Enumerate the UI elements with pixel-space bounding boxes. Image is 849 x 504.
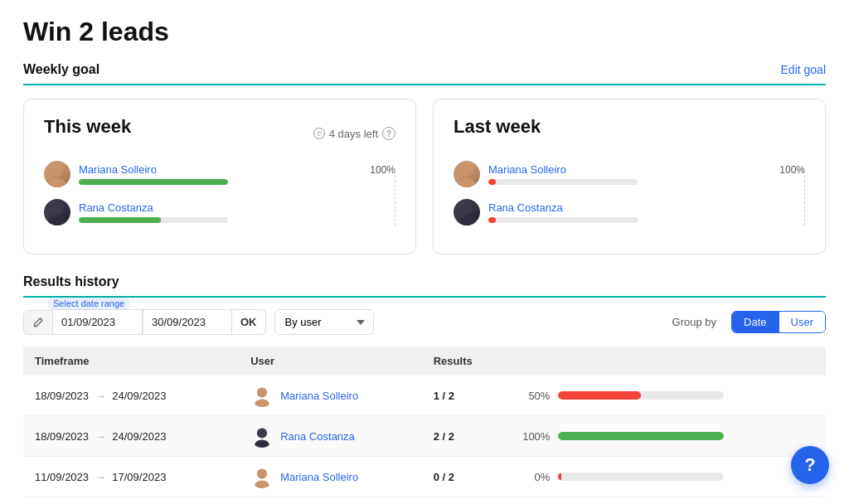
cell-results: 0 / 2 — [422, 457, 509, 497]
last-week-card-header: Last week — [454, 116, 805, 151]
svg-point-6 — [461, 203, 473, 215]
results-history-header: Results history — [23, 274, 826, 298]
date-ok-button[interactable]: OK — [232, 309, 266, 335]
avatar-rana-this-week — [44, 199, 70, 225]
cell-bar: 50% — [508, 376, 826, 416]
progress-fill-mariana-this-week — [79, 179, 228, 185]
clock-icon: ⏱ — [313, 128, 325, 139]
avatar-rana-last-week — [454, 199, 480, 225]
svg-point-12 — [257, 468, 267, 478]
progress-bar-mariana-last-week — [488, 179, 638, 185]
last-week-percent-label: 100% — [774, 164, 805, 176]
svg-point-0 — [51, 165, 63, 177]
pencil-icon — [32, 317, 44, 328]
table-row: 18/09/2023 → 24/09/2023 Rana Costanza 2 … — [23, 416, 826, 457]
this-week-card: This week ⏱ 4 days left ? Mariana Solle — [23, 99, 416, 254]
group-by-buttons: Date User — [731, 311, 826, 333]
user-name[interactable]: Mariana Solleiro — [280, 390, 358, 402]
user-name[interactable]: Mariana Solleiro — [280, 471, 358, 483]
result-bar-bg — [558, 472, 724, 481]
user-name-rana-last-week[interactable]: Rana Costanza — [488, 201, 767, 214]
results-history-title: Results history — [23, 274, 119, 289]
results-table-body: 18/09/2023 → 24/09/2023 Mariana Solleiro… — [23, 376, 826, 497]
progress-bar-rana-last-week — [488, 217, 638, 223]
weekly-goal-header: Weekly goal Edit goal — [23, 62, 826, 85]
filters-row: Select date range OK By user By date Gro… — [23, 309, 826, 335]
last-week-card: Last week Mariana Solleiro — [433, 99, 826, 254]
days-left: ⏱ 4 days left ? — [313, 127, 395, 140]
cell-bar: 100% — [508, 416, 826, 457]
table-row: 18/09/2023 → 24/09/2023 Mariana Solleiro… — [23, 376, 826, 416]
this-week-card-header: This week ⏱ 4 days left ? — [44, 116, 395, 151]
svg-point-1 — [49, 178, 65, 187]
cell-timeframe: 18/09/2023 → 24/09/2023 — [23, 416, 239, 457]
avatar — [250, 465, 274, 488]
hundred-line-this-week — [395, 176, 395, 225]
avatar — [250, 384, 274, 407]
result-bar-fill — [558, 472, 561, 481]
cell-results: 1 / 2 — [422, 376, 509, 416]
date-range-container: Select date range OK — [23, 309, 266, 335]
svg-point-5 — [458, 178, 475, 187]
col-timeframe: Timeframe — [23, 346, 239, 376]
group-by-date-button[interactable]: Date — [732, 312, 779, 332]
help-icon-this-week[interactable]: ? — [382, 127, 395, 140]
progress-bar-rana-this-week — [79, 217, 228, 223]
weekly-goal-title: Weekly goal — [23, 62, 99, 77]
user-info-mariana-last-week: Mariana Solleiro — [488, 163, 767, 185]
last-week-progress-area: Mariana Solleiro Rana Costanza — [454, 161, 805, 237]
svg-point-8 — [257, 387, 267, 397]
col-user: User — [239, 346, 422, 376]
result-bar-fill — [558, 432, 724, 440]
cell-user: Rana Costanza — [239, 416, 422, 457]
svg-point-2 — [51, 203, 63, 215]
hundred-line-last-week — [804, 176, 805, 225]
cell-user: Mariana Solleiro — [239, 457, 422, 497]
results-table-head: Timeframe User Results — [23, 346, 826, 376]
cards-row: This week ⏱ 4 days left ? Mariana Solle — [23, 99, 826, 254]
svg-point-3 — [49, 216, 65, 225]
date-end-input[interactable] — [143, 309, 232, 335]
cell-user: Mariana Solleiro — [239, 376, 422, 416]
avatar-mariana-this-week — [44, 161, 70, 187]
avatar-mariana-last-week — [454, 161, 480, 187]
user-name-rana-this-week[interactable]: Rana Costanza — [79, 201, 357, 214]
user-name-mariana-last-week[interactable]: Mariana Solleiro — [488, 163, 767, 176]
user-info-rana-this-week: Rana Costanza — [79, 201, 357, 223]
result-bar-bg — [558, 391, 724, 400]
cell-timeframe: 18/09/2023 → 24/09/2023 — [23, 376, 239, 416]
last-week-percent-col: 100% — [774, 161, 805, 225]
svg-point-4 — [461, 165, 473, 177]
svg-point-9 — [255, 399, 269, 407]
this-week-percent-col: 100% — [364, 161, 395, 225]
edit-goal-link[interactable]: Edit goal — [781, 63, 826, 76]
progress-bar-mariana-this-week — [79, 179, 228, 185]
result-bar-bg — [558, 432, 724, 440]
date-start-input[interactable] — [53, 309, 143, 335]
svg-point-7 — [458, 216, 475, 225]
user-info-mariana-this-week: Mariana Solleiro — [79, 163, 357, 185]
results-table: Timeframe User Results 18/09/2023 → 24/0… — [23, 346, 826, 497]
last-week-progress-col: Mariana Solleiro Rana Costanza — [454, 161, 767, 237]
this-week-user-row-2: Rana Costanza — [44, 199, 357, 225]
date-range-edit-button[interactable] — [23, 310, 53, 335]
progress-fill-rana-this-week — [79, 217, 161, 223]
cell-results: 2 / 2 — [422, 416, 509, 457]
svg-point-11 — [255, 439, 269, 448]
filter-by-dropdown[interactable]: By user By date — [274, 309, 374, 335]
cell-timeframe: 11/09/2023 → 17/09/2023 — [23, 457, 239, 497]
help-fab-button[interactable]: ? — [791, 446, 829, 484]
user-name[interactable]: Rana Costanza — [280, 430, 355, 443]
avatar — [250, 424, 274, 448]
group-by-user-button[interactable]: User — [779, 312, 825, 332]
help-fab-icon: ? — [804, 454, 815, 476]
svg-point-13 — [255, 480, 269, 488]
page-title: Win 2 leads — [23, 17, 826, 47]
user-name-mariana-this-week[interactable]: Mariana Solleiro — [79, 163, 357, 176]
this-week-title: This week — [44, 116, 131, 138]
group-by-label: Group by — [672, 316, 716, 328]
this-week-percent-label: 100% — [364, 164, 395, 176]
last-week-title: Last week — [454, 116, 541, 138]
progress-fill-mariana-last-week — [488, 179, 496, 185]
last-week-user-row-2: Rana Costanza — [454, 199, 767, 225]
